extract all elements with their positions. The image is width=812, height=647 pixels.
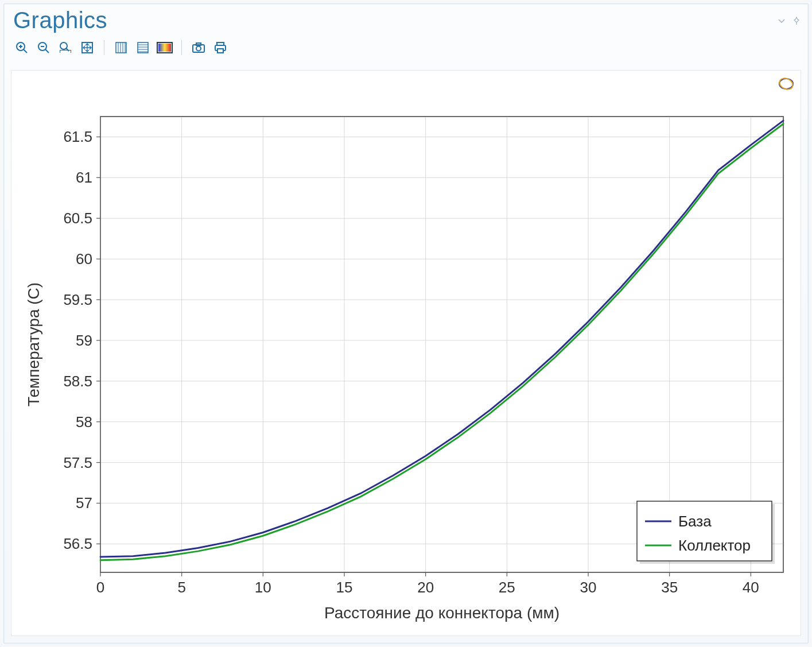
y-tick-label: 60: [76, 250, 92, 268]
graphics-toolbar: [4, 33, 808, 64]
x-tick-label: 0: [96, 579, 104, 596]
snapshot-button[interactable]: [190, 39, 207, 56]
x-tick-label: 10: [255, 579, 271, 596]
legend-label: База: [678, 513, 712, 530]
y-tick-label: 60.5: [63, 210, 92, 227]
plot-area[interactable]: 051015202530354056.55757.55858.55959.560…: [11, 70, 801, 636]
x-tick-label: 5: [177, 579, 185, 596]
dropdown-icon[interactable]: [777, 16, 786, 25]
svg-point-27: [196, 47, 201, 51]
graphics-panel: Graphics: [3, 3, 809, 644]
svg-rect-11: [71, 50, 71, 53]
svg-point-32: [778, 76, 794, 91]
grid-horizontal-button[interactable]: [134, 39, 151, 56]
pin-icon[interactable]: [792, 16, 801, 25]
panel-header-controls: [777, 16, 801, 25]
legend-label: Коллектор: [678, 537, 751, 554]
y-tick-label: 59.5: [63, 291, 92, 308]
y-tick-label: 57.5: [63, 454, 92, 471]
svg-line-1: [24, 49, 27, 53]
x-tick-label: 25: [499, 579, 515, 596]
x-tick-label: 35: [661, 579, 678, 596]
x-tick-label: 15: [336, 579, 353, 596]
svg-rect-30: [217, 49, 223, 53]
zoom-extents-button[interactable]: [79, 39, 96, 56]
panel-title: Graphics: [13, 7, 107, 33]
toolbar-separator: [181, 40, 182, 55]
zoom-box-button[interactable]: [57, 39, 74, 56]
svg-rect-13: [116, 42, 126, 53]
y-tick-label: 57: [76, 494, 92, 512]
y-tick-label: 59: [76, 332, 92, 349]
toolbar-separator: [104, 40, 104, 55]
grid-vertical-button[interactable]: [112, 39, 130, 56]
colorbar-button[interactable]: [156, 39, 173, 56]
x-tick-label: 30: [580, 579, 597, 596]
svg-rect-24: [158, 44, 171, 52]
svg-rect-9: [60, 50, 71, 51]
svg-line-8: [66, 48, 69, 51]
panel-header: Graphics: [4, 4, 808, 33]
y-axis-label: Температура (C): [25, 282, 42, 406]
zoom-out-button[interactable]: [35, 39, 52, 56]
comsol-logo-icon: [778, 75, 795, 92]
x-tick-label: 20: [417, 579, 434, 596]
y-tick-label: 56.5: [63, 535, 92, 552]
chart-svg: 051015202530354056.55757.55858.55959.560…: [11, 71, 801, 636]
legend: БазаКоллектор: [637, 501, 775, 564]
x-axis-label: Расстояние до коннектора (мм): [324, 604, 560, 622]
y-tick-label: 61.5: [63, 128, 92, 145]
y-tick-label: 58.5: [63, 373, 92, 390]
svg-rect-18: [138, 42, 148, 53]
y-tick-label: 61: [76, 169, 92, 186]
y-tick-label: 58: [76, 413, 92, 431]
x-tick-label: 40: [743, 579, 759, 596]
svg-line-5: [45, 49, 49, 53]
print-button[interactable]: [212, 39, 229, 56]
svg-rect-10: [60, 50, 60, 53]
zoom-in-button[interactable]: [13, 39, 30, 56]
